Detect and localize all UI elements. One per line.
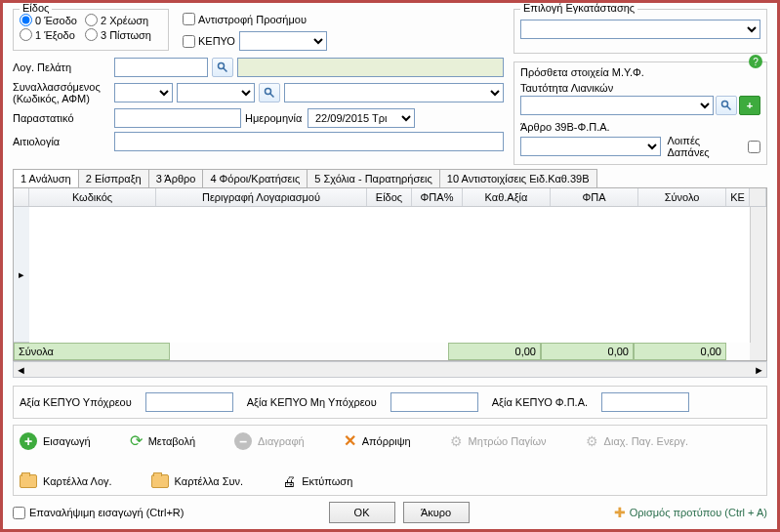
radio-income-label: 0 Έσοδο <box>35 15 77 26</box>
lookup-cust-acc-button[interactable] <box>212 58 233 77</box>
reject-label: Απόρριψη <box>362 435 411 447</box>
svg-point-2 <box>266 89 271 95</box>
input-kepyo-nonliable[interactable] <box>390 392 478 412</box>
tab-bar: 1 Ανάλυση 2 Είσπραξη 3 Άρθρο 4 Φόροι/Κρα… <box>3 169 777 187</box>
radio-credit-label: 3 Πίστωση <box>101 29 151 41</box>
installation-legend: Επιλογή Εγκατάστασης <box>520 2 637 14</box>
kind-fieldset: Είδος 0 Έσοδο 1 Έξοδο 2 Χρέωση 3 Πίστωση <box>13 9 169 51</box>
ok-button[interactable]: OK <box>329 502 395 523</box>
scroll-right-icon[interactable]: ► <box>754 364 764 376</box>
col-vatpct[interactable]: ΦΠΑ% <box>412 188 463 206</box>
folder-icon <box>151 474 169 488</box>
party-code-select[interactable] <box>114 83 173 102</box>
label-kepyo-liable: Αξία ΚΕΠΥΟ Υπόχρεου <box>20 396 132 408</box>
input-reason[interactable] <box>114 132 504 151</box>
print-button[interactable]: 🖨Εκτύπωση <box>282 473 352 489</box>
assets-button: ⚙Μητρώο Παγίων <box>450 431 547 450</box>
check-sign-reverse[interactable]: Αντιστροφή Προσήμου <box>183 13 327 25</box>
folder-icon <box>20 474 37 488</box>
input-date[interactable]: 22/09/2015 Τρι <box>308 108 415 128</box>
input-kepyo-liable[interactable] <box>145 392 233 412</box>
svg-line-5 <box>727 106 731 110</box>
input-kepyo-vat[interactable] <box>601 392 689 412</box>
insert-button[interactable]: +Εισαγωγή <box>20 431 91 450</box>
help-icon[interactable]: ? <box>749 55 762 68</box>
add-retail-button[interactable]: + <box>739 96 760 115</box>
col-vat[interactable]: ΦΠΑ <box>551 188 638 206</box>
repeat-insert-checkbox[interactable]: Επαναλήψιμη εισαγωγή (Ctrl+R) <box>13 507 184 519</box>
radio-expense[interactable]: 1 Έξοδο <box>20 28 77 41</box>
tab-analysis[interactable]: 1 Ανάλυση <box>13 169 79 187</box>
label-kepyo-nonliable: Αξία ΚΕΠΥΟ Μη Υπόχρεου <box>247 396 377 408</box>
svg-point-4 <box>722 102 728 107</box>
totals-vat: 0,00 <box>541 343 634 360</box>
assets-mgmt-label: Διαχ. Παγ. Ενεργ. <box>604 435 689 447</box>
action-toolbar: +Εισαγωγή ⟳Μεταβολή –Διαγραφή ✕Απόρριψη … <box>13 425 767 496</box>
account-card-button[interactable]: Καρτέλλα Λογ. <box>20 473 112 489</box>
delete-button: –Διαγραφή <box>234 431 305 450</box>
check-kepyo-label: ΚΕΠΥΟ <box>198 35 235 47</box>
modify-button[interactable]: ⟳Μεταβολή <box>130 431 195 450</box>
col-netval[interactable]: Καθ.Αξία <box>463 188 551 206</box>
tab-article[interactable]: 3 Άρθρο <box>148 169 204 187</box>
input-voucher[interactable] <box>114 108 241 128</box>
col-desc[interactable]: Περιγραφή Λογαριασμού <box>156 188 367 206</box>
party-card-label: Καρτέλλα Συν. <box>175 475 244 487</box>
totals-net: 0,00 <box>448 343 541 360</box>
analysis-grid: Κωδικός Περιγραφή Λογαριασμού Είδος ΦΠΑ%… <box>13 187 767 361</box>
totals-label: Σύνολα <box>14 343 170 360</box>
label-retail-id: Ταυτότητα Λιανικών <box>520 82 760 94</box>
dialog-window: Είδος 0 Έσοδο 1 Έξοδο 2 Χρέωση 3 Πίστωση… <box>0 0 780 532</box>
gear-icon: ⚙ <box>450 433 463 449</box>
input-cust-acc[interactable] <box>114 58 208 77</box>
cancel-button[interactable]: Άκυρο <box>403 502 470 523</box>
tab-comments[interactable]: 5 Σχόλια - Παρατηρήσεις <box>307 169 440 187</box>
article39b-select[interactable] <box>520 137 661 156</box>
radio-credit[interactable]: 3 Πίστωση <box>85 28 151 41</box>
kepyo-select[interactable] <box>239 31 327 51</box>
grid-empty-area[interactable] <box>29 207 750 343</box>
assets-mgmt-button: ⚙Διαχ. Παγ. Ενεργ. <box>586 431 689 450</box>
svg-line-1 <box>224 68 227 72</box>
template-plus-icon: ✚ <box>614 505 626 520</box>
reject-button[interactable]: ✕Απόρριψη <box>344 431 411 450</box>
lookup-retail-button[interactable] <box>716 96 737 115</box>
label-kepyo-vat: Αξία ΚΕΠΥΟ Φ.Π.Α. <box>492 396 588 408</box>
horizontal-scrollbar[interactable]: ◄ ► <box>13 361 767 378</box>
display-cust-acc <box>237 58 504 77</box>
col-code[interactable]: Κωδικός <box>29 188 156 206</box>
col-kind[interactable]: Είδος <box>367 188 412 206</box>
minus-icon: – <box>234 432 252 450</box>
check-sign-reverse-label: Αντιστροφή Προσήμου <box>198 14 307 25</box>
radio-income[interactable]: 0 Έσοδο <box>20 14 77 26</box>
label-article39b: Άρθρο 39Β-Φ.Π.Α. <box>520 121 760 133</box>
retail-id-select[interactable] <box>520 96 714 115</box>
tab-match39b[interactable]: 10 Αντιστοιχίσεις Ειδ.Καθ.39Β <box>439 169 597 187</box>
repeat-insert-label: Επαναλήψιμη εισαγωγή (Ctrl+R) <box>29 507 184 518</box>
radio-debit[interactable]: 2 Χρέωση <box>85 14 151 26</box>
tab-taxes[interactable]: 4 Φόροι/Κρατήσεις <box>202 169 308 187</box>
gear-icon: ⚙ <box>586 433 598 449</box>
col-ke[interactable]: ΚΕ <box>726 188 750 206</box>
col-total[interactable]: Σύνολο <box>638 188 726 206</box>
scroll-left-icon[interactable]: ◄ <box>16 364 26 376</box>
installation-select[interactable] <box>520 20 760 39</box>
printer-icon: 🖨 <box>282 473 296 489</box>
party-afm-select[interactable] <box>177 83 255 102</box>
tab-collection[interactable]: 2 Είσπραξη <box>78 169 149 187</box>
define-template-link[interactable]: ✚ Ορισμός προτύπου (Ctrl + A) <box>614 505 767 520</box>
check-other-expenses[interactable]: Λοιπές Δαπάνες <box>667 135 760 158</box>
vertical-scrollbar[interactable] <box>750 207 766 343</box>
insert-label: Εισαγωγή <box>43 435 91 447</box>
lookup-party-button[interactable] <box>259 83 280 102</box>
modify-label: Μεταβολή <box>148 435 195 447</box>
label-reason: Αιτιολογία <box>13 136 110 147</box>
svg-line-3 <box>270 94 274 98</box>
check-kepyo[interactable]: ΚΕΠΥΟ <box>183 35 235 48</box>
installation-fieldset: Επιλογή Εγκατάστασης <box>513 9 767 54</box>
kind-legend: Είδος <box>20 2 52 14</box>
label-party: Συναλλασσόμενος (Κωδικός, ΑΦΜ) <box>13 81 110 104</box>
party-name-select[interactable] <box>284 83 504 102</box>
party-card-button[interactable]: Καρτέλλα Συν. <box>151 473 244 489</box>
grid-header: Κωδικός Περιγραφή Λογαριασμού Είδος ΦΠΑ%… <box>14 188 766 207</box>
